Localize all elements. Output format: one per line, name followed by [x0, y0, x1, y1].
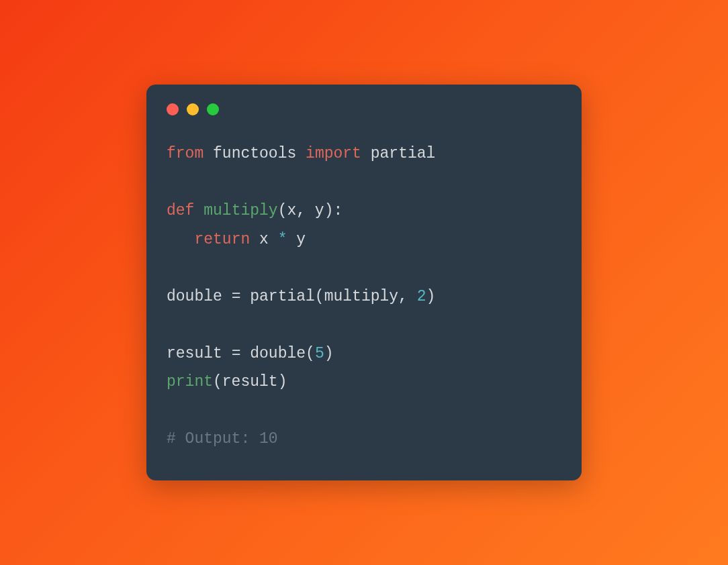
operator-star: * — [278, 231, 287, 248]
assign-eq: = — [222, 288, 250, 305]
var-double: double — [167, 288, 222, 305]
function-name-multiply: multiply — [203, 202, 277, 219]
literal-5: 5 — [315, 345, 324, 362]
call-partial: partial(multiply, — [250, 288, 416, 305]
paren-close: ) — [324, 345, 334, 362]
window-titlebar — [167, 103, 561, 115]
function-name-print: print — [167, 373, 213, 391]
print-args: (result) — [213, 373, 287, 391]
comment-output: # Output: 10 — [167, 430, 278, 448]
keyword-return: return — [194, 231, 250, 248]
keyword-from: from — [167, 145, 203, 162]
close-icon[interactable] — [167, 103, 179, 115]
paren-close: ) — [426, 288, 436, 305]
code-block: from functools import partial def multip… — [167, 140, 561, 454]
literal-2: 2 — [417, 288, 426, 305]
var-x: x — [259, 231, 269, 248]
call-double: double( — [250, 345, 315, 362]
keyword-import: import — [306, 145, 361, 162]
import-name: partial — [371, 145, 436, 162]
assign-eq: = — [222, 345, 250, 362]
keyword-def: def — [167, 202, 194, 219]
var-result: result — [167, 345, 222, 362]
minimize-icon[interactable] — [187, 103, 199, 115]
params: (x, y): — [278, 202, 343, 219]
code-window: from functools import partial def multip… — [146, 85, 582, 480]
maximize-icon[interactable] — [207, 103, 219, 115]
module-name: functools — [213, 145, 296, 162]
var-y: y — [296, 231, 306, 248]
